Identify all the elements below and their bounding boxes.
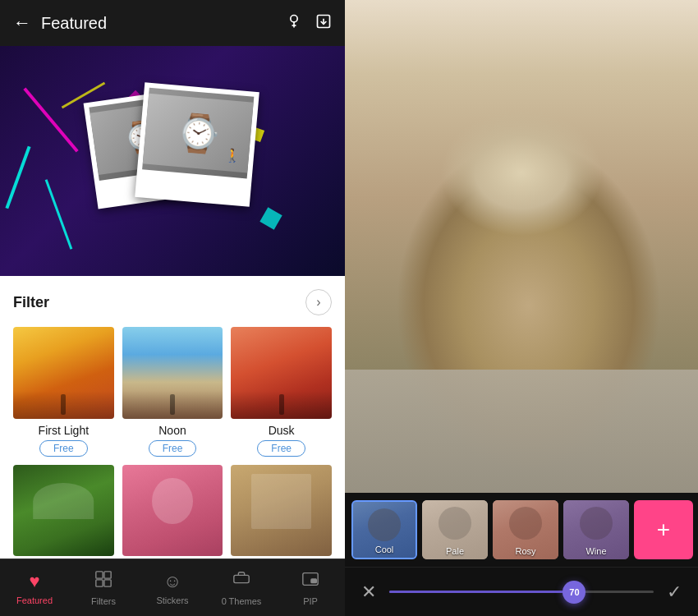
- filter-label-pale: Pale: [422, 546, 488, 556]
- deco-line-2: [5, 146, 30, 209]
- filter-label-wine: Wine: [563, 546, 629, 556]
- back-button[interactable]: ←: [13, 12, 31, 34]
- filter-grid-row1: First Light Free Noon Free: [13, 327, 332, 457]
- filter-thumb-dusk: [231, 327, 332, 419]
- filter-item-row2-3[interactable]: [231, 465, 332, 559]
- nav-label-themes: 0 Themes: [222, 596, 262, 606]
- add-filter-button[interactable]: +: [634, 500, 693, 559]
- filter-item-first-light[interactable]: First Light Free: [13, 327, 114, 457]
- filter-name-first-light: First Light: [39, 424, 89, 437]
- filter-title: Filter: [13, 294, 49, 311]
- slider-thumb[interactable]: 70: [563, 581, 585, 604]
- page-title: Featured: [41, 14, 286, 33]
- filter-strip-item-rosy[interactable]: Rosy: [493, 500, 558, 559]
- nav-item-stickers[interactable]: ☺ Stickers: [138, 559, 207, 616]
- filter-badge-noon[interactable]: Free: [149, 440, 197, 457]
- filter-badge-dusk[interactable]: Free: [257, 440, 305, 457]
- filter-grid-row2: [13, 465, 332, 559]
- filter-name-noon: Noon: [158, 424, 186, 437]
- nav-item-featured[interactable]: ♥ Featured: [0, 559, 69, 616]
- filter-more-button[interactable]: ›: [305, 289, 332, 315]
- filter-thumb-row2-1: [13, 465, 114, 557]
- nav-item-filters[interactable]: Filters: [69, 559, 138, 616]
- stickers-icon: ☺: [163, 571, 181, 592]
- deco-line-1: [23, 87, 78, 152]
- filters-icon: [94, 570, 113, 593]
- filter-strip-item-wine[interactable]: Wine: [563, 500, 629, 559]
- bottom-controls: ✕ 70 ✓: [345, 567, 698, 616]
- face-photo: [345, 0, 698, 493]
- photo-inner-front: ⌚ 🚶: [142, 88, 254, 179]
- deco-line-4: [45, 179, 73, 250]
- svg-point-0: [291, 15, 297, 21]
- slider-track[interactable]: 70: [389, 591, 654, 593]
- bottom-navigation: ♥ Featured Filters ☺ Stickers: [0, 559, 345, 616]
- nav-item-pip[interactable]: PIP: [276, 559, 345, 616]
- app-header: ← Featured: [0, 0, 345, 46]
- svg-rect-7: [96, 579, 103, 586]
- svg-rect-5: [96, 571, 103, 577]
- main-photo-area: [345, 0, 698, 493]
- right-panel: Cool Pale Rosy Wine + ✕ 70: [345, 0, 698, 616]
- close-button[interactable]: ✕: [361, 582, 376, 603]
- svg-rect-6: [104, 571, 111, 577]
- header-actions: [286, 13, 332, 34]
- nav-label-pip: PIP: [303, 596, 318, 606]
- gender-icon[interactable]: [286, 13, 302, 34]
- filter-strip: Cool Pale Rosy Wine +: [345, 493, 698, 567]
- filter-thumb-first-light: [13, 327, 114, 419]
- filter-section: Filter › First Light Free: [0, 276, 345, 559]
- filter-item-dusk[interactable]: Dusk Free: [231, 327, 332, 457]
- hero-photos: ⌚ ⌚ 🚶: [82, 79, 263, 243]
- nav-label-featured: Featured: [16, 595, 53, 605]
- filter-name-dusk: Dusk: [269, 424, 295, 437]
- filter-label-cool: Cool: [353, 545, 416, 554]
- filter-strip-item-cool[interactable]: Cool: [351, 500, 417, 559]
- slider-fill: [389, 591, 574, 593]
- filter-label-rosy: Rosy: [493, 546, 558, 556]
- left-panel: ← Featured: [0, 0, 345, 616]
- filter-thumb-row2-3: [231, 465, 332, 557]
- hero-banner: ⌚ ⌚ 🚶: [0, 46, 345, 276]
- content-area: Filter › First Light Free: [0, 276, 345, 559]
- filter-item-row2-2[interactable]: [122, 465, 223, 559]
- filter-badge-first-light[interactable]: Free: [39, 440, 88, 457]
- filter-strip-item-pale[interactable]: Pale: [422, 500, 488, 559]
- confirm-button[interactable]: ✓: [667, 582, 682, 603]
- heart-icon: ♥: [29, 571, 39, 592]
- filter-thumb-noon: [122, 327, 223, 419]
- nav-label-filters: Filters: [91, 596, 116, 606]
- download-icon[interactable]: [315, 13, 332, 34]
- filter-item-noon[interactable]: Noon Free: [122, 327, 223, 457]
- svg-rect-11: [311, 579, 316, 583]
- filter-header: Filter ›: [13, 289, 332, 315]
- nav-item-themes[interactable]: 0 Themes: [207, 559, 276, 616]
- photo-card-front: ⌚ 🚶: [135, 82, 259, 207]
- pip-icon: [301, 570, 319, 593]
- themes-icon: [232, 570, 250, 593]
- svg-rect-8: [104, 579, 111, 586]
- filter-item-row2-1[interactable]: [13, 465, 114, 559]
- filter-thumb-row2-2: [122, 465, 223, 557]
- nav-label-stickers: Stickers: [156, 595, 188, 605]
- slider-container: 70: [389, 591, 654, 594]
